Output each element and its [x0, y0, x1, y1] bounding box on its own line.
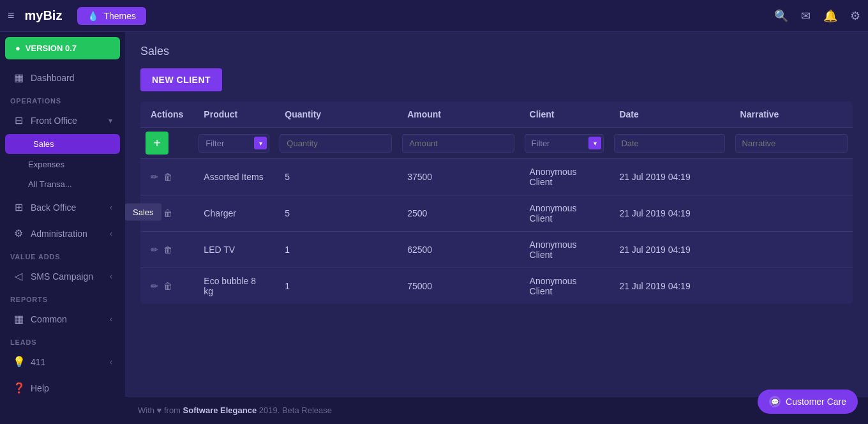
page-title: Sales	[140, 45, 853, 58]
cell-quantity: 1	[274, 232, 397, 268]
sidebar-item-front-office[interactable]: ⊟ Front Office ▾	[3, 108, 123, 133]
cell-date: 21 Jul 2019 04:19	[609, 195, 730, 232]
sidebar-item-label: Back Office	[31, 202, 103, 213]
product-filter-wrap: Filter ▾	[198, 134, 269, 153]
sidebar-item-411[interactable]: 💡 411 ‹	[3, 349, 123, 374]
add-row-button[interactable]: +	[146, 132, 168, 155]
sidebar-item-administration[interactable]: ⚙ Administration ‹	[3, 221, 123, 246]
front-office-icon: ⊟	[13, 114, 24, 126]
cell-narrative	[730, 159, 853, 195]
help-icon: ❓	[13, 382, 24, 394]
edit-icon[interactable]: ✏	[151, 281, 158, 291]
client-filter-wrap: Filter ▾	[525, 134, 604, 153]
edit-icon[interactable]: ✏	[151, 245, 158, 255]
sidebar-item-sales[interactable]: Sales Sales	[5, 134, 120, 154]
cell-quantity: 5	[274, 159, 397, 195]
delete-icon[interactable]: 🗑	[163, 172, 172, 182]
cell-amount: 2500	[397, 195, 519, 232]
cell-amount: 37500	[397, 159, 519, 195]
version-badge[interactable]: ● VERSION 0.7	[5, 37, 120, 59]
sidebar-item-help[interactable]: ❓ Help	[3, 375, 123, 400]
action-icons: ✏ 🗑	[151, 281, 183, 291]
cell-product: LED TV	[193, 232, 274, 268]
new-client-button[interactable]: NEW CLIENT	[140, 68, 222, 91]
action-icons: ✏ 🗑	[151, 172, 183, 182]
sidebar-item-label: Administration	[31, 229, 103, 239]
table-row: ✏ 🗑 LED TV 1 62500 Anonymous Client 21 J…	[140, 232, 853, 268]
col-product: Product	[193, 102, 274, 128]
cell-date: 21 Jul 2019 04:19	[609, 159, 730, 195]
topbar-icons: 🔍 ✉ 🔔 ⚙	[774, 9, 860, 23]
client-filter-select[interactable]: Filter	[525, 134, 604, 153]
product-filter-select[interactable]: Filter	[198, 134, 269, 153]
chevron-left-icon: ‹	[110, 203, 112, 212]
themes-button[interactable]: 💧 Themes	[77, 7, 146, 25]
date-filter-input[interactable]	[614, 134, 724, 153]
common-icon: ▦	[13, 313, 24, 325]
chevron-left-icon: ‹	[110, 229, 112, 238]
search-icon[interactable]: 🔍	[774, 9, 788, 23]
cell-client: Anonymous Client	[520, 159, 610, 195]
sidebar-item-label: Front Office	[31, 116, 102, 126]
sidebar-item-label: Help	[31, 383, 112, 393]
cell-amount: 62500	[397, 232, 519, 268]
cell-narrative	[730, 268, 853, 305]
delete-icon[interactable]: 🗑	[163, 245, 172, 255]
app-logo: myBiz	[25, 8, 63, 23]
table-row: ✏ 🗑 Charger 5 2500 Anonymous Client 21 J…	[140, 195, 853, 232]
sidebar-item-sms-campaign[interactable]: ◁ SMS Campaign ‹	[3, 264, 123, 289]
sales-table-wrapper: Actions Product Quantity Amount Client D…	[140, 102, 853, 304]
delete-icon[interactable]: 🗑	[163, 208, 172, 218]
back-office-icon: ⊞	[13, 201, 24, 213]
cell-quantity: 1	[274, 268, 397, 305]
action-icons: ✏ 🗑	[151, 245, 183, 255]
mail-icon[interactable]: ✉	[801, 9, 811, 23]
delete-icon[interactable]: 🗑	[163, 281, 172, 291]
narrative-filter-input[interactable]	[735, 134, 848, 153]
version-icon: ●	[15, 43, 20, 53]
chat-icon: 💬	[769, 396, 781, 407]
sidebar-item-common[interactable]: ▦ Common ‹	[3, 307, 123, 331]
sidebar-item-dashboard[interactable]: ▦ Dashboard	[3, 65, 123, 90]
leads-section-label: LEADS	[0, 332, 125, 349]
footer-suffix: 2019. Beta Release	[259, 405, 332, 415]
settings-icon[interactable]: ⚙	[850, 9, 860, 23]
footer-brand: Software Elegance	[183, 405, 257, 415]
cell-narrative	[730, 232, 853, 268]
administration-icon: ⚙	[13, 227, 24, 239]
leads-icon: 💡	[13, 356, 24, 368]
footer: With ♥ from Software Elegance 2019. Beta…	[125, 396, 868, 424]
cell-product: Charger	[193, 195, 274, 232]
footer-text: With ♥ from Software Elegance 2019. Beta…	[138, 405, 332, 415]
col-date: Date	[609, 102, 730, 128]
sidebar-item-expenses[interactable]: Expenses	[0, 155, 125, 174]
table-row: ✏ 🗑 Eco bubble 8 kg 1 75000 Anonymous Cl…	[140, 268, 853, 305]
col-client: Client	[520, 102, 610, 128]
cell-date: 21 Jul 2019 04:19	[609, 232, 730, 268]
customer-care-label: Customer Care	[786, 397, 846, 407]
edit-icon[interactable]: ✏	[151, 172, 158, 182]
col-narrative: Narrative	[730, 102, 853, 128]
sidebar-item-back-office[interactable]: ⊞ Back Office ‹	[3, 195, 123, 220]
cell-narrative	[730, 195, 853, 232]
all-transactions-label: All Transa...	[28, 179, 72, 189]
amount-filter-input[interactable]	[402, 134, 514, 153]
sidebar: ● VERSION 0.7 ▦ Dashboard OPERATIONS ⊟ F…	[0, 32, 125, 424]
sidebar-item-label: Common	[31, 314, 103, 324]
cell-client: Anonymous Client	[520, 268, 610, 305]
topbar: ≡ myBiz 💧 Themes 🔍 ✉ 🔔 ⚙	[0, 0, 868, 32]
quantity-filter-input[interactable]	[280, 134, 392, 153]
hamburger-icon[interactable]: ≡	[8, 9, 15, 22]
sidebar-item-all-transactions[interactable]: All Transa...	[0, 174, 125, 194]
sidebar-item-label: Dashboard	[31, 73, 112, 83]
bell-icon[interactable]: 🔔	[823, 9, 837, 23]
reports-section-label: REPORTS	[0, 289, 125, 306]
cell-client: Anonymous Client	[520, 232, 610, 268]
chevron-left-icon: ‹	[110, 358, 112, 367]
customer-care-button[interactable]: 💬 Customer Care	[758, 390, 858, 414]
dashboard-icon: ▦	[13, 72, 24, 84]
chevron-left-icon: ‹	[110, 315, 112, 324]
themes-label: Themes	[103, 11, 136, 21]
sidebar-item-label: SMS Campaign	[31, 271, 103, 282]
cell-product: Assorted Items	[193, 159, 274, 195]
